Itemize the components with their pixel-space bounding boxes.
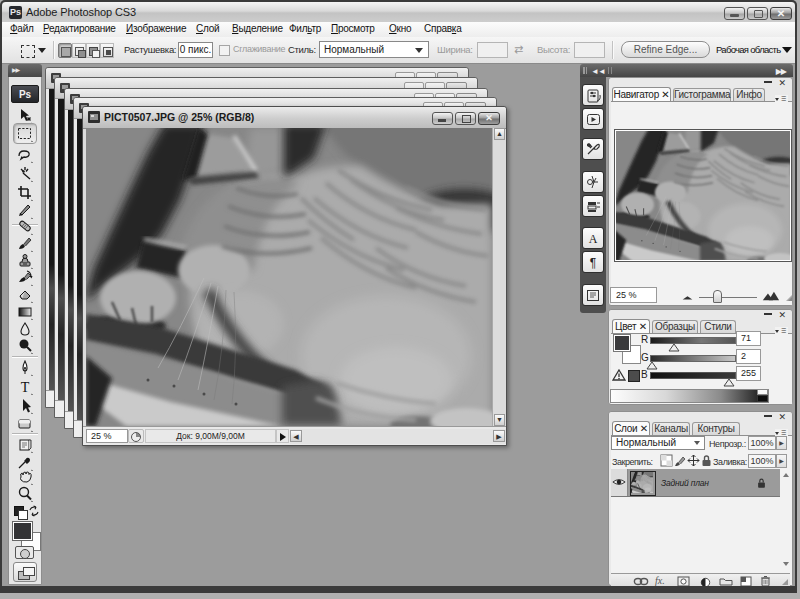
svg-text:А: А bbox=[589, 232, 598, 246]
svg-text:T: T bbox=[21, 380, 30, 395]
svg-text:¶: ¶ bbox=[590, 256, 596, 270]
